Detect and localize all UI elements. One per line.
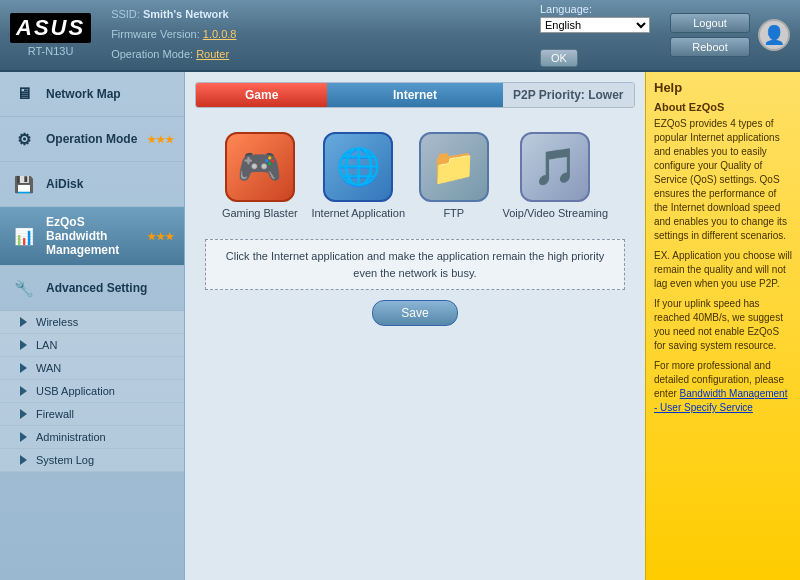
- help-panel: Help About EzQoS EZQoS provides 4 types …: [645, 72, 800, 580]
- voip-label: Voip/Video Streaming: [503, 207, 609, 219]
- gamepad-icon: 🎮: [237, 146, 282, 188]
- sidebar-label-aidisk: AiDisk: [46, 177, 83, 191]
- operation-label: Operation Mode:: [111, 48, 193, 60]
- app-item-internet[interactable]: 🌐 Internet Application: [311, 132, 405, 219]
- sidebar-item-wan[interactable]: WAN: [0, 357, 184, 380]
- operation-link[interactable]: Router: [196, 48, 229, 60]
- internet-icon-box: 🌐: [323, 132, 393, 202]
- firmware-label: Firmware Version:: [111, 28, 200, 40]
- logo-area: ASUS RT-N13U: [10, 13, 91, 57]
- ssid-label: SSID:: [111, 8, 140, 20]
- asus-logo: ASUS: [10, 13, 91, 43]
- sidebar-label-lan: LAN: [36, 339, 57, 351]
- language-label: Language:: [540, 3, 592, 15]
- ezqos-stars: ★★★: [147, 231, 174, 242]
- sidebar-item-administration[interactable]: Administration: [0, 426, 184, 449]
- globe-icon: 🌐: [336, 146, 381, 188]
- ssid-value: Smith's Network: [143, 8, 229, 20]
- reboot-button[interactable]: Reboot: [670, 37, 750, 57]
- triangle-icon-syslog: [20, 455, 27, 465]
- sidebar-label-wan: WAN: [36, 362, 61, 374]
- avatar-icon: 👤: [763, 24, 785, 46]
- triangle-icon-admin: [20, 432, 27, 442]
- sidebar-item-wireless[interactable]: Wireless: [0, 311, 184, 334]
- app-item-voip[interactable]: 🎵 Voip/Video Streaming: [503, 132, 609, 219]
- header-buttons: Logout Reboot: [670, 13, 750, 57]
- sidebar-label-usb-app: USB Application: [36, 385, 115, 397]
- help-body4: For more professional and detailed confi…: [654, 359, 792, 415]
- model-name: RT-N13U: [28, 45, 74, 57]
- app-item-ftp[interactable]: 📁 FTP: [419, 132, 489, 219]
- ezqos-icon: 📊: [10, 222, 38, 250]
- info-text: Click the Internet application and make …: [205, 239, 625, 290]
- help-subtitle: About EzQoS: [654, 101, 792, 113]
- sidebar-label-administration: Administration: [36, 431, 106, 443]
- advanced-icon: 🔧: [10, 274, 38, 302]
- triangle-icon-firewall: [20, 409, 27, 419]
- triangle-icon: [20, 317, 27, 327]
- main-layout: 🖥 Network Map ⚙ Operation Mode ★★★ 💾 AiD…: [0, 72, 800, 580]
- help-title: Help: [654, 80, 792, 95]
- language-select[interactable]: English: [540, 17, 650, 33]
- ftp-label: FTP: [443, 207, 464, 219]
- sidebar-label-wireless: Wireless: [36, 316, 78, 328]
- sidebar-item-lan[interactable]: LAN: [0, 334, 184, 357]
- qos-tabs: Game Internet P2P Priority: Lower: [195, 82, 635, 108]
- ftp-icon-box: 📁: [419, 132, 489, 202]
- header-lang: Language: English OK: [540, 3, 650, 67]
- tab-internet[interactable]: Internet: [327, 83, 502, 107]
- sidebar-item-advanced[interactable]: 🔧 Advanced Setting: [0, 266, 184, 311]
- content-area: Game Internet P2P Priority: Lower 🎮 Gami…: [185, 72, 645, 580]
- triangle-icon-wan: [20, 363, 27, 373]
- help-body1: EZQoS provides 4 types of popular Intern…: [654, 117, 792, 243]
- tab-game[interactable]: Game: [196, 83, 327, 107]
- header-info: SSID: Smith's Network Firmware Version: …: [111, 5, 540, 64]
- app-item-gaming[interactable]: 🎮 Gaming Blaster: [222, 132, 298, 219]
- header: ASUS RT-N13U SSID: Smith's Network Firmw…: [0, 0, 800, 72]
- operation-mode-stars: ★★★: [147, 134, 174, 145]
- internet-app-label: Internet Application: [311, 207, 405, 219]
- network-map-icon: 🖥: [10, 80, 38, 108]
- sidebar-label-advanced: Advanced Setting: [46, 281, 147, 295]
- logout-button[interactable]: Logout: [670, 13, 750, 33]
- triangle-icon-usb: [20, 386, 27, 396]
- app-icons-grid: 🎮 Gaming Blaster 🌐 Internet Application …: [195, 122, 635, 229]
- ftp-icon: 📁: [431, 146, 476, 188]
- gaming-label: Gaming Blaster: [222, 207, 298, 219]
- operation-mode-icon: ⚙: [10, 125, 38, 153]
- sidebar-label-firewall: Firewall: [36, 408, 74, 420]
- sidebar-label-network-map: Network Map: [46, 87, 121, 101]
- sidebar-item-usb-app[interactable]: USB Application: [0, 380, 184, 403]
- aidisk-icon: 💾: [10, 170, 38, 198]
- sidebar-label-system-log: System Log: [36, 454, 94, 466]
- avatar: 👤: [758, 19, 790, 51]
- ok-button[interactable]: OK: [540, 49, 578, 67]
- triangle-icon-lan: [20, 340, 27, 350]
- voip-icon: 🎵: [533, 146, 578, 188]
- voip-icon-box: 🎵: [520, 132, 590, 202]
- gaming-icon-box: 🎮: [225, 132, 295, 202]
- sidebar-item-network-map[interactable]: 🖥 Network Map: [0, 72, 184, 117]
- tab-p2p[interactable]: P2P Priority: Lower: [503, 83, 634, 107]
- sidebar-submenu: Wireless LAN WAN USB Application Firewal…: [0, 311, 184, 472]
- sidebar: 🖥 Network Map ⚙ Operation Mode ★★★ 💾 AiD…: [0, 72, 185, 580]
- sidebar-item-system-log[interactable]: System Log: [0, 449, 184, 472]
- sidebar-label-operation-mode: Operation Mode: [46, 132, 137, 146]
- sidebar-label-ezqos: EzQoS Bandwidth Management: [46, 215, 139, 257]
- firmware-link[interactable]: 1.0.0.8: [203, 28, 237, 40]
- save-button-wrap: Save: [195, 300, 635, 326]
- help-body3: If your uplink speed has reached 40MB/s,…: [654, 297, 792, 353]
- sidebar-item-ezqos[interactable]: 📊 EzQoS Bandwidth Management ★★★: [0, 207, 184, 266]
- sidebar-item-aidisk[interactable]: 💾 AiDisk: [0, 162, 184, 207]
- help-body2: EX. Application you choose will remain t…: [654, 249, 792, 291]
- sidebar-item-firewall[interactable]: Firewall: [0, 403, 184, 426]
- sidebar-section-main: 🖥 Network Map ⚙ Operation Mode ★★★ 💾 AiD…: [0, 72, 184, 472]
- sidebar-item-operation-mode[interactable]: ⚙ Operation Mode ★★★: [0, 117, 184, 162]
- save-button[interactable]: Save: [372, 300, 457, 326]
